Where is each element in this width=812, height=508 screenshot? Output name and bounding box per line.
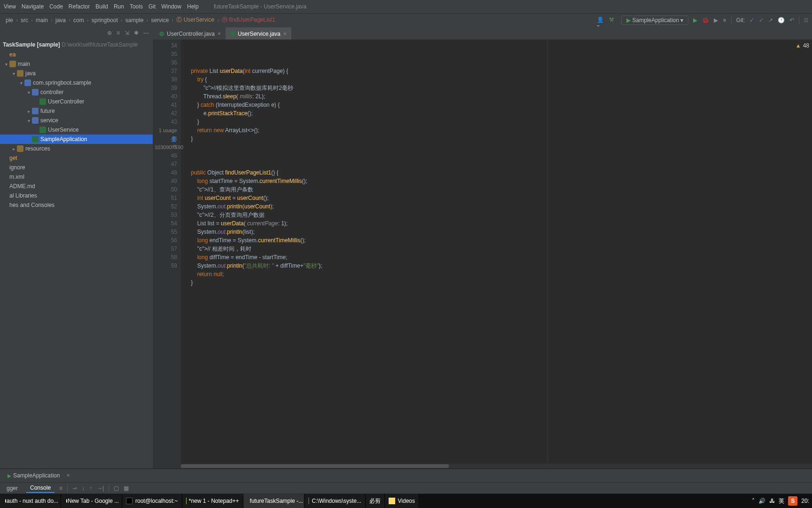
tree-row[interactable]: ▾com.springboot.sample <box>0 78 153 87</box>
tree-row[interactable]: m.xml <box>0 172 153 182</box>
tree-row[interactable]: al Libraries <box>0 191 153 200</box>
layout-icon[interactable]: ▦ <box>124 485 129 492</box>
crumb[interactable]: ⓜ findUserPageList1 <box>220 16 277 24</box>
menu-tools[interactable]: Tools <box>130 3 143 10</box>
menu-build[interactable]: Build <box>95 3 108 10</box>
menu-run[interactable]: Run <box>114 3 124 10</box>
tree-row[interactable]: UserController <box>0 97 153 106</box>
window-title: futureTaskSample - UserService.java <box>214 3 306 10</box>
search-icon[interactable]: �⃝ <box>804 17 808 24</box>
expand-icon[interactable]: ⇲ <box>125 30 129 36</box>
target-icon[interactable]: ⊕ <box>107 30 112 36</box>
taskbar-task[interactable]: futureTaskSample -... <box>243 494 304 508</box>
menu-git[interactable]: Git <box>148 3 156 10</box>
project-root[interactable]: TaskSample [sample] D:\work\self\futureT… <box>0 40 153 50</box>
taskbar-task[interactable]: New Tab - Google ... <box>61 494 122 508</box>
run-button[interactable]: ▶ <box>693 17 697 24</box>
debugger-subtab[interactable]: gger <box>3 484 22 492</box>
taskbar-task[interactable]: C:\Windows\syste... <box>304 494 366 508</box>
git-label: Git: <box>736 17 745 24</box>
user-icon[interactable]: 👤▾ <box>597 16 604 24</box>
debug-session-tab[interactable]: SampleApplication <box>3 470 64 481</box>
tray-ime[interactable]: 英 <box>779 497 784 505</box>
menu-view[interactable]: View <box>4 3 16 10</box>
tree-row[interactable]: hes and Consoles <box>0 200 153 210</box>
crumb[interactable]: Ⓒ UserService <box>174 16 216 24</box>
project-tree[interactable]: ea▾main▾java▾com.springboot.sample▾contr… <box>0 50 153 468</box>
menu-help[interactable]: Help <box>187 3 199 10</box>
crumb[interactable]: springboot <box>90 17 120 24</box>
settings-icon[interactable]: ✱ <box>134 30 139 36</box>
taskbar-task[interactable]: Videos <box>385 494 419 508</box>
tree-row[interactable]: ▾java <box>0 69 153 78</box>
line-gutter[interactable]: 343536373839404142431 usage 👤 1030907690… <box>153 40 181 468</box>
nav-bar: ple› src› main› java› com› springboot› s… <box>0 13 812 26</box>
git-rollback-icon[interactable]: ↶ <box>789 17 794 24</box>
step-out-icon[interactable]: ↑ <box>89 485 92 492</box>
collapse-icon[interactable]: ≡ <box>117 30 120 36</box>
tree-row[interactable]: ▸future <box>0 106 153 116</box>
tray-chevron-icon[interactable]: ˄ <box>752 498 755 504</box>
run-to-cursor-icon[interactable]: →| <box>97 485 104 492</box>
taskbar-task[interactable]: auth - nuxt auth do... <box>0 494 61 508</box>
tree-row[interactable]: get <box>0 153 153 163</box>
coverage-button[interactable]: ▶ <box>714 17 718 24</box>
menu-bar: View Navigate Code Refactor Build Run To… <box>0 0 812 13</box>
debug-button[interactable]: 🐞 <box>702 17 709 24</box>
code-editor[interactable]: private List userData(int currentPage) {… <box>181 40 812 468</box>
tray-volume-icon[interactable]: 🔊 <box>758 498 765 504</box>
tray-sogou-icon[interactable]: S <box>788 496 797 506</box>
tray-clock[interactable]: 20: <box>801 498 809 504</box>
system-tray[interactable]: ˄ 🔊 🖧 英 S 20: <box>752 496 812 506</box>
crumb[interactable]: sample <box>124 17 146 24</box>
taskbar-task[interactable]: 必剪 <box>366 494 385 508</box>
git-update-icon[interactable]: ✓ <box>750 17 754 24</box>
windows-taskbar: auth - nuxt auth do...New Tab - Google .… <box>0 494 812 508</box>
menu-refactor[interactable]: Refactor <box>69 3 90 10</box>
step-into-icon[interactable]: ↓ <box>82 485 85 492</box>
hammer-icon[interactable]: ⚒ <box>609 16 617 24</box>
crumb[interactable]: ple <box>4 17 15 24</box>
menu-navigate[interactable]: Navigate <box>22 3 44 10</box>
console-subtab[interactable]: Console <box>26 484 55 493</box>
close-icon[interactable]: × <box>66 472 70 479</box>
menu-code[interactable]: Code <box>49 3 63 10</box>
taskbar-task[interactable]: *new 1 - Notepad++ <box>182 494 243 508</box>
tree-row[interactable]: ▾main <box>0 59 153 69</box>
git-commit-icon[interactable]: ✓ <box>759 17 764 24</box>
tray-network-icon[interactable]: 🖧 <box>769 498 775 504</box>
tree-row[interactable]: ADME.md <box>0 182 153 191</box>
step-over-icon[interactable]: ⤻ <box>72 485 77 492</box>
tree-row[interactable]: ea <box>0 50 153 59</box>
hide-icon[interactable]: — <box>143 30 149 36</box>
tab-usercontroller[interactable]: UserController.java× <box>155 27 226 40</box>
right-margin-line <box>547 40 548 468</box>
tree-row[interactable]: SampleApplication <box>0 135 153 144</box>
editor-area: UserController.java× UserService.java× 3… <box>153 26 812 468</box>
editor-tabs: UserController.java× UserService.java× <box>153 26 812 40</box>
crumb[interactable]: com <box>71 17 86 24</box>
git-push-icon[interactable]: ↗ <box>768 17 773 24</box>
close-icon[interactable]: × <box>283 31 287 37</box>
toolbar-icon[interactable]: ≡ <box>59 485 62 492</box>
tab-userservice[interactable]: UserService.java× <box>226 27 291 40</box>
horizontal-scrollbar[interactable] <box>181 464 812 468</box>
tree-row[interactable]: UserService <box>0 125 153 135</box>
tree-row[interactable]: ignore <box>0 163 153 172</box>
tree-row[interactable]: ▾controller <box>0 87 153 97</box>
menu-window[interactable]: Window <box>161 3 181 10</box>
crumb[interactable]: src <box>19 17 30 24</box>
close-icon[interactable]: × <box>218 31 221 37</box>
tree-row[interactable]: ▾service <box>0 116 153 125</box>
run-config-select[interactable]: ▶ SampleApplication ▾ <box>621 16 688 25</box>
stop-button[interactable]: ■ <box>723 17 726 24</box>
tree-row[interactable]: ▸resources <box>0 144 153 153</box>
git-history-icon[interactable]: 🕐 <box>778 17 785 24</box>
project-sidebar: ⊕ ≡ ⇲ ✱ — TaskSample [sample] D:\work\se… <box>0 26 153 468</box>
crumb[interactable]: service <box>149 17 171 24</box>
evaluate-icon[interactable]: ▢ <box>114 485 119 492</box>
taskbar-task[interactable]: root@localhost:~ <box>122 494 182 508</box>
crumb[interactable]: java <box>54 17 68 24</box>
inspection-badge[interactable]: ▲48 <box>796 42 809 49</box>
crumb[interactable]: main <box>34 17 50 24</box>
